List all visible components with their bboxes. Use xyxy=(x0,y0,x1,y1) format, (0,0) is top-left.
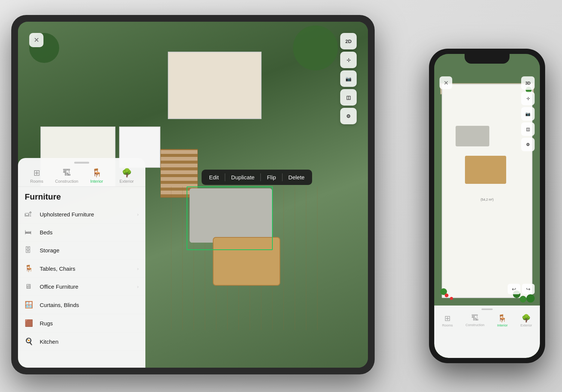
iphone-view-3d-button[interactable]: 3D xyxy=(521,76,535,90)
iphone-target-button[interactable]: ⊹ xyxy=(521,92,535,105)
iphone-tab-rooms[interactable]: ⊞ Rooms xyxy=(442,314,453,327)
tab-construction[interactable]: 🏗 Construction xyxy=(52,168,82,183)
tab-construction-label: Construction xyxy=(55,179,78,183)
iphone-construction-label: Construction xyxy=(465,323,484,327)
iphone-exterior-icon: 🌳 xyxy=(522,314,531,323)
context-edit-button[interactable]: Edit xyxy=(204,171,224,183)
storage-icon: 🗄 xyxy=(25,246,35,254)
context-menu: Edit Duplicate Flip Delete xyxy=(202,170,312,185)
beds-label: Beds xyxy=(40,229,139,235)
iphone-close-button[interactable]: ✕ xyxy=(439,76,452,89)
interior-icon: 🪑 xyxy=(92,168,102,178)
iphone-bush-2 xyxy=(520,296,526,303)
sidebar-panel: ⊞ Rooms 🏗 Construction 🪑 Interior 🌳 Exte… xyxy=(18,158,145,368)
bedroom-area xyxy=(168,52,262,119)
sidebar-tab-bar: ⊞ Rooms 🏗 Construction 🪑 Interior 🌳 Exte… xyxy=(18,164,145,187)
list-item-kitchen[interactable]: 🍳 Kitchen xyxy=(18,332,145,351)
ipad-screen: Edit Duplicate Flip Delete ✕ 2D ⊹ 📷 ◫ ⚙ xyxy=(18,22,368,368)
beds-icon: 🛏 xyxy=(25,228,35,236)
rugs-label: Rugs xyxy=(40,320,139,326)
selection-box xyxy=(187,186,273,250)
list-item-beds[interactable]: 🛏 Beds xyxy=(18,224,145,241)
tables-label: Tables, Chairs xyxy=(40,265,137,272)
iphone-toolbar: 3D ⊹ 📷 ◫ ⚙ xyxy=(521,76,535,151)
iphone-exterior-label: Exterior xyxy=(520,323,532,327)
layers-button[interactable]: ◫ xyxy=(340,89,357,106)
iphone-sofa-furniture[interactable] xyxy=(456,126,489,146)
office-label: Office Furniture xyxy=(40,283,137,290)
iphone-living-room: Living Room (54,2 m²) xyxy=(442,84,532,298)
camera-button[interactable]: 📷 xyxy=(340,70,357,87)
context-duplicate-button[interactable]: Duplicate xyxy=(226,171,260,183)
curtains-icon: 🪟 xyxy=(25,301,35,309)
iphone-dining-furniture[interactable] xyxy=(465,156,506,184)
office-icon: 🖥 xyxy=(25,283,35,291)
iphone-undo-redo-controls: ↩ ↪ xyxy=(508,284,535,294)
chevron-right-icon-3: › xyxy=(137,284,139,289)
construction-icon: 🏗 xyxy=(63,168,71,178)
furniture-list: Furniture 🛋 Upholstered Furniture › 🛏 Be… xyxy=(18,187,145,368)
rugs-icon: 🟫 xyxy=(25,319,35,327)
target-button[interactable]: ⊹ xyxy=(340,52,357,68)
kitchen-icon: 🍳 xyxy=(25,337,35,346)
chevron-right-icon: › xyxy=(137,212,139,217)
context-divider-2 xyxy=(260,173,261,181)
tab-rooms[interactable]: ⊞ Rooms xyxy=(22,168,52,183)
tree-decoration-2 xyxy=(293,25,338,70)
list-item-curtains[interactable]: 🪟 Curtains, Blinds xyxy=(18,296,145,314)
iphone-interior-icon: 🪑 xyxy=(498,314,507,323)
iphone-tabs: ⊞ Rooms 🏗 Construction 🪑 Interior 🌳 Exte… xyxy=(434,310,540,329)
exterior-icon: 🌳 xyxy=(122,168,132,178)
view-2d-button[interactable]: 2D xyxy=(340,33,357,49)
iphone-camera-button[interactable]: 📷 xyxy=(521,107,535,121)
iphone-tab-construction[interactable]: 🏗 Construction xyxy=(465,314,484,327)
iphone-bush-1 xyxy=(526,294,535,303)
iphone-rooms-label: Rooms xyxy=(442,323,453,327)
kitchen-label: Kitchen xyxy=(40,338,139,345)
upholstered-label: Upholstered Furniture xyxy=(40,211,137,218)
room-area-label: (54,2 m²) xyxy=(481,198,493,201)
tab-rooms-label: Rooms xyxy=(30,179,43,183)
list-item-office[interactable]: 🖥 Office Furniture › xyxy=(18,278,145,296)
iphone-notch xyxy=(465,54,510,64)
context-divider-1 xyxy=(225,173,225,181)
tables-icon: 🪑 xyxy=(25,264,35,273)
iphone-redo-button[interactable]: ↪ xyxy=(522,284,535,294)
iphone-tab-interior[interactable]: 🪑 Interior xyxy=(497,314,508,327)
iphone-tab-bar: ⊞ Rooms 🏗 Construction 🪑 Interior 🌳 Exte… xyxy=(434,306,540,358)
iphone-red-plant-2 xyxy=(450,297,453,300)
iphone-construction-icon: 🏗 xyxy=(471,314,479,322)
context-delete-button[interactable]: Delete xyxy=(283,171,310,183)
tab-exterior[interactable]: 🌳 Exterior xyxy=(112,168,142,183)
ipad-toolbar: 2D ⊹ 📷 ◫ ⚙ xyxy=(340,33,357,124)
list-item-storage[interactable]: 🗄 Storage xyxy=(18,241,145,259)
tab-exterior-label: Exterior xyxy=(120,179,134,183)
settings-button[interactable]: ⚙ xyxy=(340,108,357,124)
curtains-label: Curtains, Blinds xyxy=(40,302,139,308)
iphone-rooms-icon: ⊞ xyxy=(444,314,451,323)
iphone-red-plant-1 xyxy=(445,294,448,297)
list-item-upholstered[interactable]: 🛋 Upholstered Furniture › xyxy=(18,206,145,224)
iphone-undo-button[interactable]: ↩ xyxy=(508,284,520,294)
storage-label: Storage xyxy=(40,247,139,253)
ipad-device: Edit Duplicate Flip Delete ✕ 2D ⊹ 📷 ◫ ⚙ xyxy=(11,15,375,374)
iphone-settings-button[interactable]: ⚙ xyxy=(521,138,535,151)
ipad-close-button[interactable]: ✕ xyxy=(29,33,43,47)
list-item-rugs[interactable]: 🟫 Rugs xyxy=(18,314,145,332)
tab-interior[interactable]: 🪑 Interior xyxy=(82,168,112,183)
rooms-icon: ⊞ xyxy=(33,168,40,178)
context-flip-button[interactable]: Flip xyxy=(262,171,281,183)
list-item-tables-chairs[interactable]: 🪑 Tables, Chairs › xyxy=(18,259,145,278)
iphone-screen: Living Room (54,2 m²) ✕ 3D ⊹ 📷 ◫ ⚙ xyxy=(434,54,540,358)
iphone-interior-label: Interior xyxy=(497,323,508,327)
tab-interior-label: Interior xyxy=(90,179,103,183)
iphone-layers-button[interactable]: ◫ xyxy=(521,122,535,136)
upholstered-icon: 🛋 xyxy=(25,210,35,218)
iphone-tab-exterior[interactable]: 🌳 Exterior xyxy=(520,314,532,327)
context-divider-3 xyxy=(282,173,282,181)
chevron-right-icon-2: › xyxy=(137,266,139,271)
furniture-section-title: Furniture xyxy=(18,187,145,206)
iphone-device: Living Room (54,2 m²) ✕ 3D ⊹ 📷 ◫ ⚙ xyxy=(429,49,545,363)
